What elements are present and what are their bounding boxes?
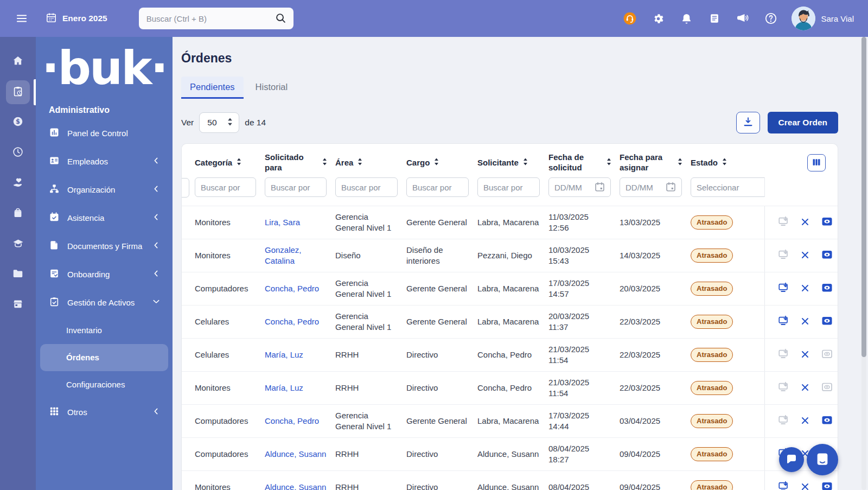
dashboard-icon	[49, 127, 60, 139]
column-settings-button[interactable]	[807, 154, 826, 171]
column-header-solicitante[interactable]: Solicitante	[477, 157, 548, 169]
cancel-order-button[interactable]	[799, 348, 812, 361]
topbar-notifications-button[interactable]	[679, 11, 694, 26]
filter-input-cargo[interactable]	[406, 177, 469, 197]
period-selector[interactable]: Enero 2025	[46, 12, 107, 26]
cell-fecha-asignar: 14/03/2025	[620, 245, 691, 266]
cell-area: Diseño	[335, 245, 406, 266]
rail-item-home[interactable]	[0, 47, 36, 77]
rail-item-asset-clipboard[interactable]	[0, 77, 36, 107]
person-link[interactable]: María, Luz	[265, 350, 303, 359]
chat-bubble-icon	[785, 453, 798, 467]
rail-item-payroll[interactable]: $	[0, 107, 36, 138]
cancel-order-button[interactable]	[799, 282, 812, 295]
assign-asset-icon	[777, 282, 790, 296]
filter-input-solicitado-para[interactable]	[265, 177, 327, 197]
sidebar-item-otros[interactable]: Otros	[36, 398, 173, 427]
person-link[interactable]: Concha, Pedro	[265, 317, 319, 326]
rail-item-benefits[interactable]	[0, 168, 36, 199]
rail-item-training[interactable]	[0, 229, 36, 259]
chevron-left-icon	[152, 156, 161, 167]
cancel-order-button[interactable]	[799, 381, 812, 394]
assign-asset-button	[777, 348, 790, 361]
sidebar-item-onboarding[interactable]: Onboarding	[36, 260, 173, 289]
column-header-cargo[interactable]: Cargo	[406, 157, 477, 169]
fecha-solicitud-time: 14:57	[548, 289, 611, 300]
person-link[interactable]: Gonzalez, Catalina	[265, 245, 302, 265]
person-link[interactable]: Concha, Pedro	[265, 284, 319, 293]
hamburger-menu-button[interactable]	[14, 11, 29, 26]
sidebar-item-documentos-y-firma[interactable]: Documentos y Firma	[36, 232, 173, 260]
assign-asset-button[interactable]	[777, 315, 790, 328]
column-header-fecha-para-asignar[interactable]: Fecha para asignar	[620, 152, 691, 173]
cell-solicitante: Concha, Pedro	[477, 345, 548, 365]
topbar-news-button[interactable]	[707, 11, 722, 26]
sidebar-item-asistencia[interactable]: Asistencia	[36, 204, 173, 232]
person-link[interactable]: Lira, Sara	[265, 218, 300, 227]
export-button[interactable]	[736, 112, 760, 133]
create-order-button[interactable]: Crear Orden	[768, 112, 838, 133]
topbar-help-button[interactable]	[763, 11, 778, 26]
cell-solicitado-para: Concha, Pedro	[265, 311, 335, 332]
rail-item-time[interactable]	[0, 138, 36, 168]
rail-item-files[interactable]	[0, 259, 36, 290]
cancel-order-button[interactable]	[799, 216, 812, 229]
filter-date-fecha-de-solicitud[interactable]	[548, 177, 611, 197]
sidebar-item-gestion-de-activos[interactable]: Gestión de Activos	[36, 289, 173, 317]
cancel-order-button[interactable]	[799, 249, 812, 262]
topbar-settings-button[interactable]	[650, 11, 666, 26]
rail-item-company[interactable]	[0, 290, 36, 320]
sidebar-subitem-configuraciones[interactable]: Configuraciones	[40, 371, 168, 398]
cancel-order-button[interactable]	[799, 315, 812, 328]
column-header-solicitado-para[interactable]: Solicitado para	[265, 152, 335, 173]
person-link[interactable]: María, Luz	[265, 383, 303, 392]
cell-actions	[764, 306, 838, 338]
cancel-order-button[interactable]	[799, 481, 812, 490]
page-size-select[interactable]: 50	[199, 112, 239, 133]
view-order-button[interactable]	[820, 415, 833, 428]
column-header-categoria[interactable]: Categoría	[195, 157, 265, 169]
assign-asset-button[interactable]	[777, 481, 790, 490]
chat-fab[interactable]	[779, 447, 804, 472]
column-header-area[interactable]: Área	[335, 157, 406, 169]
tab-historial[interactable]: Historial	[247, 77, 297, 99]
topbar-actions: Sara Vial	[622, 7, 868, 30]
cell-fecha-solicitud: 20/03/202511:37	[548, 306, 620, 338]
filter-input-solicitante[interactable]	[477, 177, 540, 197]
filter-date-fecha-para-asignar[interactable]	[620, 177, 682, 197]
tab-pendientes[interactable]: Pendientes	[181, 77, 244, 99]
person-link[interactable]: Concha, Pedro	[265, 416, 319, 425]
view-order-button[interactable]	[820, 249, 833, 262]
user-menu[interactable]: Sara Vial	[792, 7, 854, 30]
filter-input-categoria[interactable]	[195, 177, 256, 197]
cancel-order-button[interactable]	[799, 415, 812, 428]
search-input[interactable]	[139, 8, 293, 29]
view-order-button[interactable]	[820, 216, 833, 229]
filter-cell-solicitado-para	[265, 177, 335, 197]
sidebar-item-organizacion[interactable]: Organización	[36, 176, 173, 204]
column-header-estado[interactable]: Estado	[691, 157, 764, 169]
view-order-button[interactable]	[820, 282, 833, 295]
status-badge: Atrasado	[691, 215, 733, 230]
rail-item-perks[interactable]	[0, 199, 36, 229]
view-order-button[interactable]	[820, 481, 833, 490]
view-order-button[interactable]	[820, 315, 833, 328]
assign-asset-button[interactable]	[777, 282, 790, 295]
announcements-icon	[736, 12, 749, 25]
sidebar-subitem-ordenes[interactable]: Órdenes	[40, 344, 168, 371]
sidebar-item-panel-de-control[interactable]: Panel de Control	[36, 119, 173, 148]
filter-select-estado[interactable]: Seleccionar	[691, 177, 764, 197]
person-link[interactable]: Aldunce, Susann	[265, 482, 326, 490]
person-link[interactable]: Aldunce, Susann	[265, 449, 326, 459]
table-row: CelularesMaría, LuzRRHHDirectivoConcha, …	[182, 339, 838, 372]
sidebar-subitem-inventario[interactable]: Inventario	[40, 317, 168, 344]
page-scrollbar-thumb[interactable]	[861, 37, 866, 357]
clipped-filter-input[interactable]	[181, 178, 189, 198]
cell-categoria: Monitores	[195, 212, 265, 233]
sidebar-item-empleados[interactable]: Empleados	[36, 148, 173, 176]
column-header-fecha-de-solicitud[interactable]: Fecha de solicitud	[548, 152, 620, 173]
help-center-fab[interactable]	[807, 444, 838, 475]
topbar-announcements-button[interactable]	[735, 11, 750, 26]
topbar-support-button[interactable]	[622, 11, 637, 26]
filter-input-area[interactable]	[335, 177, 398, 197]
